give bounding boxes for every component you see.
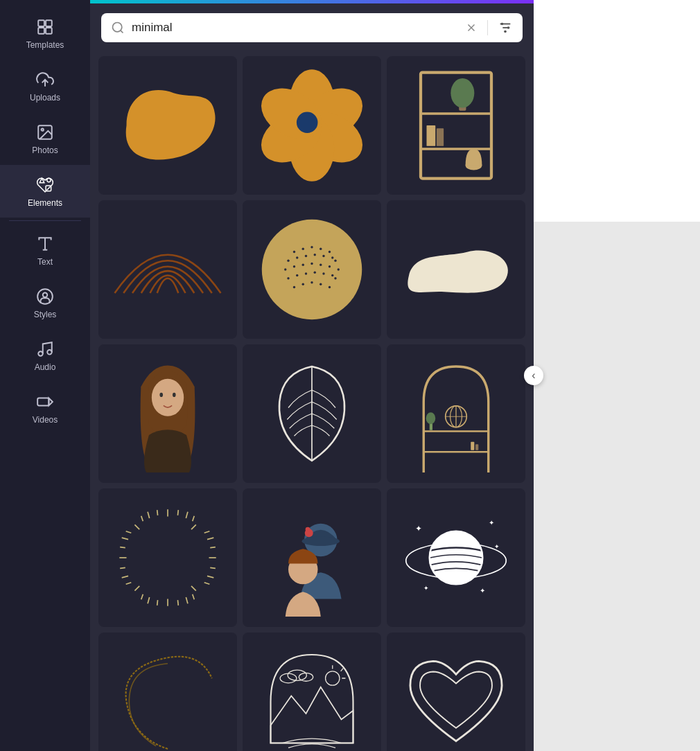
sidebar-item-templates[interactable]: Templates [0,7,90,60]
grid-item-shelf-1[interactable] [387,56,525,195]
grid-item-shelf-arch[interactable] [387,344,525,483]
svg-point-136 [288,670,306,680]
svg-point-26 [507,26,510,29]
svg-point-55 [334,260,336,262]
svg-point-125 [306,527,310,532]
grid-item-flower-blue[interactable] [243,56,381,195]
svg-line-119 [177,600,178,606]
sidebar-item-uploads[interactable]: Uploads [0,60,90,112]
svg-line-120 [141,594,143,600]
svg-point-60 [320,264,322,266]
svg-point-27 [504,30,507,33]
svg-point-44 [293,251,295,253]
elements-grid-container: ✦ ✦ ✦ ✦ ✦ [90,51,534,751]
grid-item-circle-dark[interactable] [98,633,237,751]
svg-point-71 [302,283,304,285]
svg-point-25 [501,23,504,26]
sidebar-label-audio: Audio [35,362,56,372]
svg-line-117 [210,567,216,568]
svg-point-87 [426,412,436,424]
grid-item-rainbow-arcs[interactable] [98,200,237,339]
svg-rect-0 [38,20,44,26]
svg-rect-41 [437,128,444,146]
grid-item-mountain-globe[interactable] [243,633,381,751]
sidebar-label-text: Text [37,257,53,267]
svg-point-46 [310,246,313,248]
grid-item-woman-hair[interactable] [98,344,237,483]
sidebar-item-elements[interactable]: Elements [0,165,90,218]
sidebar-label-videos: Videos [33,415,58,425]
grid-item-two-women[interactable] [243,488,381,627]
grid-item-blob-cream[interactable] [387,200,525,339]
svg-line-94 [134,524,139,529]
grid-item-heart-outline[interactable] [387,633,525,751]
svg-line-116 [210,547,216,548]
search-input[interactable] [132,21,458,35]
sidebar-item-styles[interactable]: Styles [0,276,90,329]
svg-line-109 [193,516,195,522]
svg-line-114 [120,547,125,548]
svg-point-45 [302,248,304,250]
grid-item-sun-circle[interactable] [98,488,237,627]
svg-point-68 [331,274,333,276]
elements-grid: ✦ ✦ ✦ ✦ ✦ [98,56,525,751]
svg-line-121 [193,594,195,600]
svg-line-106 [157,510,158,515]
search-panel: ✦ ✦ ✦ ✦ ✦ [90,0,534,751]
search-bar-container [90,3,534,51]
svg-line-97 [191,586,196,591]
svg-point-50 [296,256,298,258]
svg-point-39 [450,78,474,108]
svg-point-67 [322,272,324,274]
svg-rect-89 [475,444,478,450]
svg-line-98 [148,512,150,518]
svg-line-100 [122,538,128,540]
svg-point-65 [305,272,307,274]
svg-line-108 [141,516,143,522]
svg-point-14 [38,351,43,356]
svg-point-12 [37,289,53,304]
filter-icon[interactable] [498,20,513,35]
clear-icon[interactable] [465,21,478,34]
svg-point-76 [152,379,184,416]
svg-text:✦: ✦ [415,524,422,533]
svg-point-123 [302,536,340,546]
svg-text:✦: ✦ [480,587,485,594]
grid-item-blob-orange[interactable] [98,56,237,195]
grid-item-dotted-circle[interactable] [243,200,381,339]
svg-rect-1 [46,20,52,26]
svg-point-51 [305,255,307,257]
svg-rect-88 [471,442,474,450]
svg-point-58 [302,264,304,266]
sidebar-item-photos[interactable]: Photos [0,112,90,165]
svg-point-70 [293,286,295,288]
svg-point-43 [262,220,362,320]
sidebar-label-elements: Elements [28,198,62,208]
sidebar-item-audio[interactable]: Audio [0,329,90,382]
svg-point-77 [159,393,163,397]
svg-point-52 [314,254,316,256]
svg-point-9 [47,178,51,182]
svg-line-96 [134,586,139,591]
svg-point-15 [47,350,52,355]
svg-text:✦: ✦ [489,519,494,527]
svg-point-57 [293,265,295,267]
collapse-panel-button[interactable]: ‹ [524,366,543,385]
sidebar-item-text[interactable]: Text [0,224,90,276]
sidebar-item-videos[interactable]: Videos [0,382,90,434]
svg-line-102 [207,538,213,540]
svg-line-113 [204,583,210,585]
svg-point-138 [326,671,340,685]
svg-point-61 [329,265,331,267]
svg-marker-17 [49,398,52,406]
svg-line-140 [341,669,343,671]
svg-line-118 [157,600,158,606]
svg-line-111 [126,583,132,585]
svg-line-103 [207,576,213,578]
svg-line-95 [191,524,196,529]
svg-text:✦: ✦ [423,585,429,592]
grid-item-leaf-outline[interactable] [243,344,381,483]
svg-rect-16 [37,398,49,406]
svg-point-73 [320,283,322,285]
grid-item-planet[interactable]: ✦ ✦ ✦ ✦ ✦ [387,488,525,627]
